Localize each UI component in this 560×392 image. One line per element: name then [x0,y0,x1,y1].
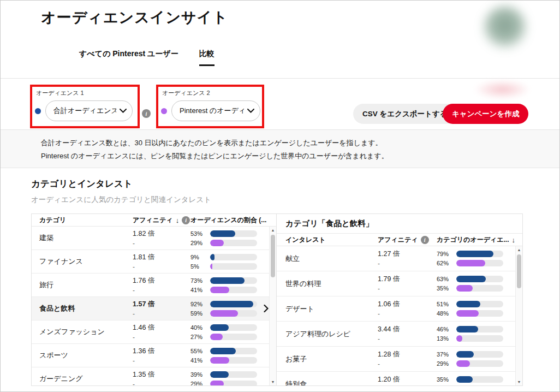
tab-compare[interactable]: 比較 [199,49,215,66]
table-row[interactable]: ガーデニング1.35 倍-39%29% [32,367,269,385]
affinity-secondary: - [133,263,190,271]
affinity-value: 1.82 倍 [133,229,190,239]
tab-bar: すべての Pinterest ユーザー 比較 [79,49,215,66]
audience1-bar [456,351,503,358]
annotation-box-audience1: オーディエンス 1 合計オーディエンス [30,85,140,128]
scrollbar[interactable]: ▲ ▼ [269,227,276,385]
table-row[interactable]: 旅行1.76 倍-73%41% [32,274,269,297]
audience1-share: 73% [190,277,207,284]
tab-all-pinterest-users[interactable]: すべての Pinterest ユーザー [79,49,178,66]
audience2-share: 48% [437,310,453,317]
share-bars: 79%62% [437,251,515,266]
scroll-down-icon[interactable]: ▼ [516,378,522,385]
column-header-affinity[interactable]: アフィニティ ↓ i [133,216,190,225]
audience-definition-notice: 合計オーディエンス数とは、30 日以内にあなたのピンを表示またはエンゲージしたユ… [0,129,560,168]
audience2-bar [210,381,257,386]
audience2-share: 29% [190,381,207,386]
table-row[interactable]: 食品と飲料1.57 倍-92%59% [32,297,269,320]
audience1-select[interactable]: 合計オーディエンス [45,100,133,121]
table-row[interactable]: スポーツ1.36 倍-55%41% [32,344,269,367]
table-row[interactable]: 建築1.82 倍-53%29% [32,227,269,250]
share-bars: 73%41% [190,277,269,293]
row-name: スポーツ [32,351,133,360]
scrollbar[interactable]: ▲ ▼ [515,246,522,385]
column-header-category-audience[interactable]: カテゴリのオーディエ... ↓ [437,235,522,245]
audience2-share: 13% [437,335,453,342]
categories-interests-panel: カテゴリ アフィニティ ↓ i オーディエンスの割合 (... 建築1.82 倍… [31,213,523,386]
share-bars: 46%13% [437,326,515,342]
audience2-share: 41% [190,357,207,364]
audience2-color-dot [161,108,167,114]
row-name: お菓子 [277,354,378,364]
audience1-share: 37% [437,351,453,358]
info-icon[interactable]: i [142,109,151,118]
affinity-secondary: - [378,310,437,318]
affinity-value: 1.36 倍 [133,347,190,356]
row-name: 特別食 [277,379,378,386]
table-row[interactable]: お菓子1.28 倍-37%29% [277,347,515,372]
audience1-bar [456,326,503,332]
export-csv-button[interactable]: CSV をエクスポートする [353,104,457,124]
column-header-interest[interactable]: インタレスト [277,235,378,245]
row-name: デザート [277,304,378,314]
affinity-secondary: - [378,335,437,343]
notice-line2: Pinterest のオーディエンスには、ピンを閲覧またはピンにエンゲージした世… [41,150,538,163]
affinity-value: 1.28 倍 [378,350,437,359]
audience1-share: 63% [437,276,453,282]
table-row[interactable]: 献立1.27 倍-79%62% [277,246,515,271]
audience1-share: 46% [437,326,453,332]
table-row[interactable]: ファイナンス1.81 倍-9%5% [32,250,269,274]
affinity-cell: 1.06 倍- [378,300,437,318]
chevron-right-icon[interactable] [264,305,269,312]
audience2-bar [456,335,503,342]
affinity-secondary: - [378,260,437,268]
column-header-category[interactable]: カテゴリ [32,216,133,225]
interests-table-title: カテゴリ「食品と飲料」 [277,214,522,234]
affinity-value: 1.57 倍 [133,300,190,309]
interests-table-header: インタレスト アフィニティ i カテゴリのオーディエ... ↓ [277,234,522,246]
sort-descending-icon: ↓ [512,236,516,244]
audience1-share: 53% [190,230,207,237]
audience2-share: 29% [190,240,207,246]
audience1-bar [210,348,257,354]
share-bars: 39%29% [190,371,269,386]
audience1-bar [210,277,257,284]
audience1-bar [456,276,503,282]
audience1-bar [456,301,503,307]
info-icon[interactable]: i [421,236,429,244]
affinity-cell: 1.35 倍- [133,370,190,386]
share-bars: 37%29% [437,351,515,367]
audience1-share: 79% [437,251,453,257]
scrollbar-thumb[interactable] [271,235,275,277]
share-bars: 9%5% [190,254,269,270]
table-row[interactable]: 特別食1.20 倍-35%30% [277,372,515,385]
create-campaign-button[interactable]: キャンペーンを作成 [443,104,528,124]
share-bars: 63%35% [437,276,515,292]
audience2-select[interactable]: Pinterest のオーディ [171,100,260,121]
audience2-share: 62% [437,260,453,266]
scroll-up-icon[interactable]: ▲ [270,227,276,234]
scroll-down-icon[interactable]: ▼ [270,378,276,385]
row-name: 食品と飲料 [32,304,133,313]
scrollbar-thumb[interactable] [517,254,521,288]
column-header-audience-share[interactable]: オーディエンスの割合 (... [190,216,276,225]
interests-table: カテゴリ「食品と飲料」 インタレスト アフィニティ i カテゴリのオーディエ..… [276,214,522,385]
table-row[interactable]: メンズファッション1.46 倍-40%27% [32,320,269,344]
table-row[interactable]: 世界の料理1.79 倍-63%35% [277,271,515,296]
table-row[interactable]: デザート1.06 倍-51%48% [277,296,515,322]
affinity-cell: 1.20 倍- [378,375,437,385]
row-name: メンズファッション [32,327,133,337]
scroll-up-icon[interactable]: ▲ [516,246,522,253]
audience2-share: 27% [190,334,207,340]
column-header-affinity[interactable]: アフィニティ i [378,235,437,245]
audience2-bar [456,310,503,317]
info-icon[interactable]: i [182,216,190,224]
audience1-bar [210,254,257,260]
annotation-box-audience2: オーディエンス 2 Pinterest のオーディ [156,85,264,128]
section-title: カテゴリとインタレスト [31,178,133,190]
row-name: 建築 [32,233,133,243]
chevron-down-icon [120,109,127,113]
table-row[interactable]: アジア料理のレシピ3.44 倍-46%13% [277,322,515,347]
affinity-secondary: - [133,334,190,341]
avatar[interactable] [482,5,527,50]
